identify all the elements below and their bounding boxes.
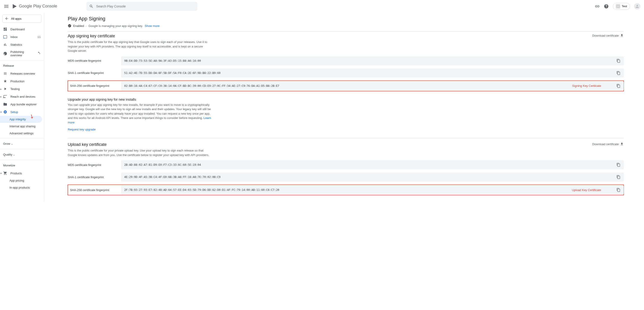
app-chip-label: Test — [622, 5, 627, 8]
sync-off-icon — [36, 52, 41, 56]
app-selector-chip[interactable]: Test — [613, 3, 630, 10]
main-content: Play App Signing Enabled · Google is man… — [44, 13, 644, 202]
upload-sha1-value: 4E:29:9D:4F:A5:3B:C4:4F:E0:6B:3B:A8:FF:1… — [124, 175, 614, 179]
gear-icon — [3, 110, 7, 114]
copy-icon[interactable] — [616, 59, 620, 63]
download-signing-cert[interactable]: Download certificate — [592, 34, 624, 37]
copy-icon[interactable] — [616, 188, 620, 192]
sidebar-advanced[interactable]: Advanced settings — [0, 130, 44, 137]
check-circle-icon — [68, 24, 72, 28]
status-row: Enabled · Google is managing your app si… — [68, 24, 624, 32]
sidebar-inbox-label: Inbox — [10, 35, 18, 39]
sidebar-releases-overview[interactable]: Releases overview — [0, 70, 44, 77]
chevron-down-icon: ▾ — [0, 111, 2, 113]
signing-sha256-box: 02:B0:16:4A:C4:67:CF:C0:38:14:0A:CF:BD:B… — [121, 81, 624, 90]
sha1-label: SHA-1 certificate fingerprint — [68, 71, 121, 75]
search-box[interactable] — [86, 2, 197, 11]
md5-label: MD5 certificate fingerprint — [68, 163, 121, 167]
sidebar-reach[interactable]: ▸ Reach and devices — [0, 93, 44, 100]
upload-md5-value: 2B:AD:88:02:A7:81:D9:E0:F7:C3:33:6C:60:5… — [124, 163, 614, 166]
all-apps-label: All apps — [11, 17, 22, 20]
signing-md5-row: MD5 certificate fingerprint 9B:E4:DD:73:… — [68, 56, 624, 65]
user-avatar[interactable] — [634, 3, 640, 10]
releases-icon — [3, 72, 7, 76]
signing-sha1-row: SHA-1 certificate fingerprint 51:A2:4E:7… — [68, 69, 624, 78]
svg-point-1 — [4, 38, 4, 39]
sidebar-quality[interactable]: Quality ⌄ — [0, 151, 44, 159]
link-icon[interactable] — [595, 4, 600, 9]
show-more-link[interactable]: Show more — [144, 24, 160, 28]
sidebar-internal-label: Internal app sharing — [10, 125, 36, 128]
search-container — [86, 2, 595, 11]
sidebar-internal-sharing[interactable]: Internal app sharing — [0, 123, 44, 130]
sidebar-release-header: Release — [0, 62, 44, 70]
signing-cert-title: App signing key certificate — [68, 34, 212, 39]
request-upgrade-link[interactable]: Request key upgrade — [68, 128, 96, 131]
search-input[interactable] — [96, 5, 194, 8]
sidebar-bundle[interactable]: App bundle explorer — [0, 100, 44, 108]
app-chip-icon — [616, 4, 620, 9]
header-actions: Test — [595, 3, 640, 10]
upload-sha256-value: 2F:7B:93:27:93:E7:82:48:AD:64:57:EE:D4:0… — [124, 188, 614, 191]
sidebar-reach-label: Reach and devices — [10, 95, 36, 98]
sha1-label: SHA-1 certificate fingerprint — [68, 175, 121, 179]
sidebar-inapp[interactable]: In-app products — [0, 184, 44, 191]
sidebar-setup[interactable]: ▾ Setup — [0, 108, 44, 116]
copy-icon[interactable] — [616, 163, 620, 167]
upload-sha256-box: 2F:7B:93:27:93:E7:82:48:AD:64:57:EE:D4:0… — [121, 185, 624, 194]
signing-sha256-value: 02:B0:16:4A:C4:67:CF:C0:38:14:0A:CF:BD:B… — [124, 84, 614, 88]
upload-md5-row: MD5 certificate fingerprint 2B:AD:88:02:… — [68, 160, 624, 169]
upload-sha256-row: SHA-256 certificate fingerprint 2F:7B:93… — [68, 185, 624, 195]
logo-text: Google Play Console — [19, 4, 57, 9]
logo[interactable]: Google Play Console — [12, 4, 57, 9]
page-title: Play App Signing — [68, 16, 624, 22]
upload-cert-desc: This is the public certificate for your … — [68, 148, 212, 157]
production-icon — [3, 79, 7, 83]
sha256-label: SHA-256 certificate fingerprint — [68, 188, 121, 192]
sidebar-publishing-label: Publishing overview — [10, 50, 34, 57]
sidebar-app-integrity-label: App integrity — [10, 118, 26, 121]
upgrade-title: Upgrade your app signing key for new ins… — [68, 98, 624, 101]
sidebar-grow[interactable]: Grow ⌄ — [0, 140, 44, 148]
devices-icon — [3, 95, 7, 99]
sidebar-testing-label: Testing — [10, 87, 20, 91]
sidebar-dashboard[interactable]: Dashboard — [0, 25, 44, 33]
sidebar-products[interactable]: ▾ Products — [0, 169, 44, 177]
download-icon — [620, 142, 624, 146]
sidebar-inapp-label: In-app products — [10, 186, 30, 189]
sidebar-testing[interactable]: ▸ Testing — [0, 85, 44, 93]
signing-cert-desc: This is the public certificate for the a… — [68, 40, 212, 53]
upgrade-desc: You can upgrade your app signing key for… — [68, 103, 212, 125]
copy-icon[interactable] — [616, 71, 620, 75]
help-icon[interactable] — [604, 4, 609, 9]
sidebar-advanced-label: Advanced settings — [10, 132, 34, 135]
stats-icon — [3, 43, 7, 47]
sidebar-publishing[interactable]: Publishing overview — [0, 48, 44, 59]
all-apps-button[interactable]: All apps — [2, 15, 42, 23]
play-logo-icon — [12, 4, 18, 9]
signing-sha1-box: 51:A2:4E:7D:55:DD:DA:8F:5B:DF:5A:F0:CA:2… — [121, 69, 624, 78]
upload-sha1-row: SHA-1 certificate fingerprint 4E:29:9D:4… — [68, 173, 624, 182]
md5-label: MD5 certificate fingerprint — [68, 59, 121, 62]
signing-md5-box: 9B:E4:DD:73:53:5E:A8:9A:3F:A3:D5:15:B8:A… — [121, 56, 624, 65]
copy-icon[interactable] — [616, 84, 620, 88]
download-upload-cert[interactable]: Download certificate — [592, 142, 624, 146]
upload-cert-header: Upload key certificate This is the publi… — [68, 142, 624, 157]
sidebar-inbox[interactable]: Inbox 11 — [0, 33, 44, 41]
upgrade-section: Upgrade your app signing key for new ins… — [68, 98, 624, 131]
cart-icon — [3, 171, 7, 175]
sidebar-production[interactable]: Production — [0, 77, 44, 85]
menu-icon[interactable] — [4, 4, 9, 9]
app-header: Google Play Console Test — [0, 0, 644, 13]
chevron-right-icon: ▸ — [0, 88, 2, 90]
status-desc: Google is managing your app signing key. — [88, 24, 143, 28]
chevron-down-icon: ▾ — [0, 172, 2, 175]
sidebar-app-pricing[interactable]: App pricing — [0, 177, 44, 184]
sidebar-statistics[interactable]: Statistics — [0, 41, 44, 48]
sidebar-app-integrity[interactable]: App integrity ↘ — [0, 116, 42, 123]
sha256-label: SHA-256 certificate fingerprint — [68, 84, 121, 88]
upload-sha1-box: 4E:29:9D:4F:A5:3B:C4:4F:E0:6B:3B:A8:FF:1… — [121, 173, 624, 182]
signing-sha256-row: SHA-256 certificate fingerprint 02:B0:16… — [68, 81, 624, 91]
copy-icon[interactable] — [616, 175, 620, 179]
inbox-icon — [3, 35, 7, 39]
